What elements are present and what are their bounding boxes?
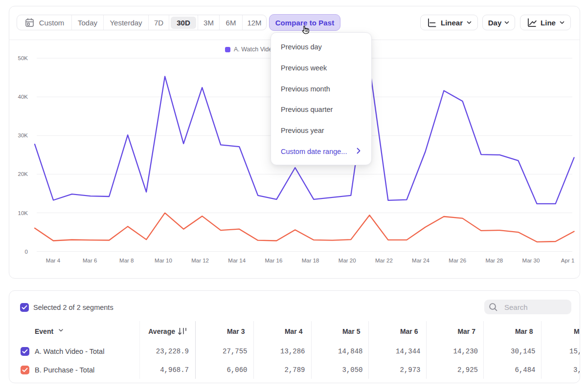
svg-text:Mar 24: Mar 24: [412, 258, 429, 263]
svg-text:Mar 28: Mar 28: [485, 258, 503, 263]
svg-text:50K: 50K: [18, 55, 28, 61]
svg-text:Mar 6: Mar 6: [83, 258, 97, 263]
svg-text:Mar 22: Mar 22: [375, 258, 393, 263]
svg-text:Mar 4: Mar 4: [46, 258, 61, 263]
svg-text:Mar 16: Mar 16: [265, 258, 283, 263]
svg-text:Mar 30: Mar 30: [522, 258, 540, 263]
svg-text:Mar 26: Mar 26: [449, 258, 466, 263]
svg-text:30K: 30K: [18, 132, 28, 138]
svg-text:40K: 40K: [18, 94, 28, 100]
svg-text:Apr 1: Apr 1: [561, 258, 575, 263]
svg-text:10K: 10K: [18, 210, 28, 216]
svg-text:Mar 8: Mar 8: [119, 258, 134, 263]
svg-text:Mar 10: Mar 10: [155, 258, 172, 263]
svg-text:Mar 14: Mar 14: [228, 258, 246, 263]
svg-text:Mar 20: Mar 20: [339, 258, 356, 263]
svg-text:0: 0: [25, 249, 28, 255]
svg-text:Mar 18: Mar 18: [302, 258, 319, 263]
svg-text:Mar 12: Mar 12: [191, 258, 209, 263]
svg-text:20K: 20K: [18, 171, 28, 177]
